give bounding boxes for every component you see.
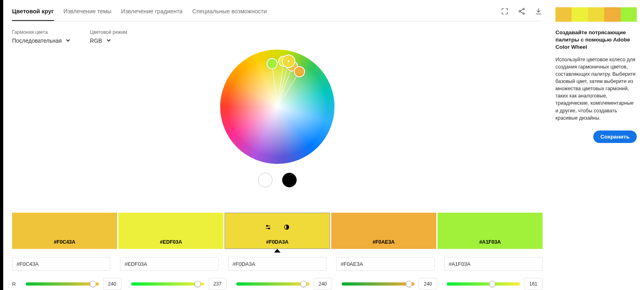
swatch-hex: #F0C43A [54, 239, 76, 245]
hex-input[interactable]: #A1F03A [444, 257, 543, 271]
swatch[interactable]: #F0AE3A [331, 213, 436, 249]
bg-black-button[interactable] [282, 173, 297, 187]
mini-swatch [555, 7, 572, 22]
contrast-icon[interactable] [283, 224, 290, 232]
mini-swatch [572, 7, 588, 22]
svg-point-3 [266, 225, 268, 226]
slider-r-label: R [12, 281, 16, 287]
swatch-hex: #F0AE3A [373, 239, 395, 245]
slider-r[interactable]: 240 [236, 278, 332, 290]
tab-accessibility[interactable]: Специальные возможности [192, 8, 267, 20]
slider-r-value[interactable]: 240 [314, 278, 332, 290]
hex-input[interactable]: #F0C43A [12, 257, 110, 271]
mode-select[interactable]: RGB [90, 37, 127, 44]
mini-swatch [604, 7, 620, 22]
hex-input[interactable]: #F0AE3A [336, 257, 434, 271]
color-wheel[interactable] [220, 50, 334, 164]
harmony-value: Последовательная [12, 37, 62, 44]
wheel-marker[interactable] [282, 54, 295, 68]
svg-point-2 [523, 13, 524, 14]
sidebar-title: Создавайте потрясающие палитры с помощью… [555, 29, 637, 51]
harmony-label: Гармония цвета [12, 29, 70, 35]
slider-r[interactable]: 161 [447, 278, 543, 290]
slider-r-value[interactable]: 161 [524, 278, 543, 290]
chevron-down-icon [106, 37, 111, 44]
swatch[interactable]: #F0C43A [12, 213, 117, 249]
tab-color-wheel[interactable]: Цветовой круг [12, 8, 54, 21]
fullscreen-icon[interactable] [501, 7, 509, 17]
svg-point-4 [268, 228, 270, 229]
bg-white-button[interactable] [258, 173, 272, 187]
mini-swatch [588, 7, 604, 22]
svg-point-0 [523, 8, 524, 10]
tab-extract-gradient[interactable]: Извлечение градиента [121, 8, 183, 20]
svg-point-1 [519, 10, 520, 12]
sliders-icon[interactable] [265, 224, 271, 232]
chevron-down-icon [66, 37, 70, 44]
mode-label: Цветовой режим [90, 29, 127, 35]
share-icon[interactable] [518, 7, 526, 17]
tabs-bar: Цветовой круг Извлечение темы Извлечение… [12, 0, 543, 21]
wheel-marker[interactable] [266, 58, 278, 69]
harmony-select[interactable]: Последовательная [12, 37, 70, 44]
tab-extract-theme[interactable]: Извлечение темы [64, 8, 111, 20]
slider-r-value[interactable]: 240 [103, 278, 122, 290]
mode-value: RGB [90, 37, 102, 44]
swatch[interactable]: #F0DA3A [225, 213, 330, 249]
mini-swatch [621, 7, 637, 22]
slider-r-value[interactable]: 237 [208, 278, 227, 290]
hex-input-row: #F0C43A#EDF03A#F0DA3A#F0AE3A#A1F03A [12, 257, 543, 271]
slider-r[interactable]: 237 [131, 278, 227, 290]
sidebar-text: Используйте цветовое колесо для создания… [555, 56, 637, 122]
download-icon[interactable] [535, 7, 543, 17]
swatch[interactable]: #A1F03A [438, 213, 543, 249]
hex-input[interactable]: #F0DA3A [228, 257, 326, 271]
slider-r[interactable]: 240 [342, 278, 438, 290]
wheel-marker[interactable] [294, 66, 305, 77]
swatches-row: #F0C43A#EDF03A#F0DA3A#F0AE3A#A1F03A [12, 213, 543, 249]
slider-r-value[interactable]: 240 [419, 278, 437, 290]
mini-palette [555, 7, 637, 22]
slider-r[interactable]: 240 [26, 278, 122, 290]
swatch-hex: #F0DA3A [266, 239, 289, 245]
hex-input[interactable]: #EDF03A [120, 257, 218, 271]
save-button[interactable]: Сохранить [593, 130, 637, 143]
swatch-hex: #EDF03A [160, 239, 182, 245]
swatch[interactable]: #EDF03A [118, 213, 223, 249]
swatch-hex: #A1F03A [479, 239, 501, 245]
